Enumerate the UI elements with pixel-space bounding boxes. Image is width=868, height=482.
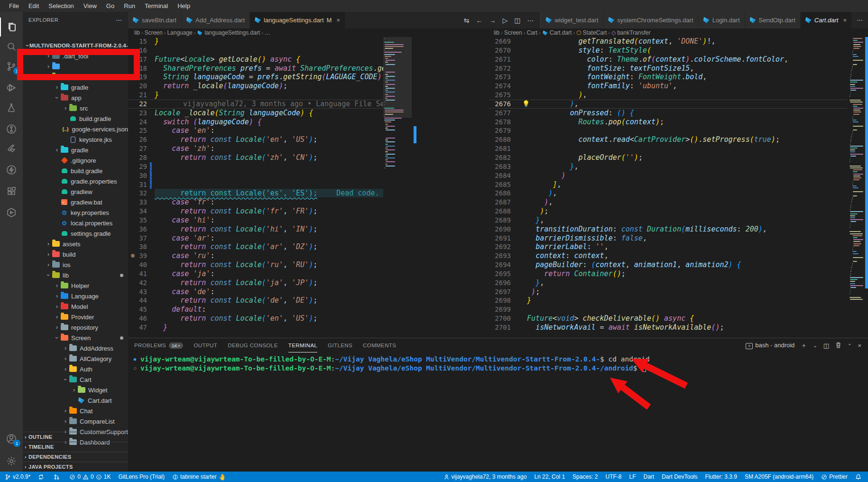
- tree-item-.dart_tool[interactable]: ›.dart_tool: [23, 51, 128, 61]
- tab-languageSettings.dart[interactable]: languageSettings.dart M×: [250, 12, 345, 28]
- testing-icon[interactable]: [0, 98, 23, 117]
- tree-item-.gitignore[interactable]: .gitignore: [23, 155, 128, 166]
- panel-tab-output[interactable]: OUTPUT: [194, 338, 217, 352]
- scrollbar-thumb-left[interactable]: [414, 126, 416, 143]
- extensions-grid-icon[interactable]: [0, 182, 23, 201]
- go-back-icon[interactable]: ←: [476, 17, 482, 24]
- menu-view[interactable]: View: [79, 1, 101, 10]
- command-decoration[interactable]: ●: [132, 357, 138, 362]
- thunder-icon[interactable]: [0, 160, 23, 179]
- breadcrumb-item[interactable]: Cart.dart: [550, 29, 572, 36]
- menu-selection[interactable]: Selection: [44, 1, 78, 10]
- status-gitlens-pro-trial-[interactable]: GitLens Pro (Trial): [118, 473, 165, 480]
- new-terminal-icon[interactable]: ＋: [801, 341, 807, 350]
- breadcrumb-item[interactable]: lib: [134, 29, 140, 36]
- tree-item-Chat[interactable]: ›Chat: [23, 406, 128, 416]
- status-v2-0-9-[interactable]: v2.0.9*: [5, 473, 30, 480]
- status-dart-devtools[interactable]: Dart DevTools: [662, 473, 697, 480]
- tree-item-lib[interactable]: ›lib: [23, 270, 128, 280]
- tree-item-CompareList[interactable]: ›CompareList: [23, 416, 128, 426]
- flutter-icon[interactable]: [0, 140, 23, 159]
- tree-item-hidden[interactable]: ›: [23, 61, 128, 72]
- gitlens-icon[interactable]: [0, 120, 23, 139]
- tree-item-android[interactable]: ›android: [23, 72, 128, 82]
- tree-item-build.gradle[interactable]: build.gradle: [23, 113, 128, 124]
- explorer-more-icon[interactable]: ⋯: [116, 16, 122, 24]
- breadcrumb-item[interactable]: Cart: [526, 29, 537, 36]
- tree-root[interactable]: ›MULTIVENDOR-STARTT-FROM-2.0.4-: [23, 40, 128, 51]
- breadcrumb-item[interactable]: bankTransfer: [617, 29, 650, 36]
- tree-item-local.properties[interactable]: ⚙local.properties: [23, 218, 128, 228]
- settings-icon[interactable]: [0, 452, 23, 471]
- tree-item-Widget[interactable]: ›Widget: [23, 385, 128, 395]
- tree-item-key.properties[interactable]: ⚙key.properties: [23, 207, 128, 218]
- tree-item-settings.gradle[interactable]: settings.gradle: [23, 228, 128, 239]
- go-forward-icon[interactable]: →: [489, 17, 496, 24]
- status-dart[interactable]: Dart: [644, 473, 655, 480]
- breadcrumb-item[interactable]: Screen: [504, 29, 522, 36]
- status-flutter-3-3-9[interactable]: Flutter: 3.3.9: [705, 473, 737, 480]
- tree-item-Helper[interactable]: ›Helper: [23, 280, 128, 291]
- menu-edit[interactable]: Edit: [24, 1, 43, 10]
- menu-run[interactable]: Run: [120, 1, 139, 10]
- panel-tab-terminal[interactable]: TERMINAL: [288, 338, 317, 352]
- section-outline[interactable]: ›OUTLINE: [23, 432, 128, 442]
- tab-saveBtn.dart[interactable]: saveBtn.dart: [128, 12, 182, 28]
- close-tab-icon[interactable]: ×: [843, 17, 847, 24]
- maximize-panel-icon[interactable]: ⌃: [848, 343, 851, 348]
- tree-item-src[interactable]: ›src: [23, 103, 128, 113]
- status-vijayvaghela72[interactable]: vijayvaghela72, 3 months ago: [443, 473, 527, 480]
- menu-help[interactable]: Help: [173, 1, 194, 10]
- breadcrumb-item[interactable]: Language: [167, 29, 192, 36]
- more-icon[interactable]: ⋯: [527, 17, 534, 24]
- section-timeline[interactable]: ›TIMELINE: [23, 442, 128, 452]
- menu-file[interactable]: File: [5, 1, 23, 10]
- run-icon[interactable]: ▷: [502, 17, 508, 24]
- tree-item-google-services.json[interactable]: {..}google-services.json: [23, 124, 128, 134]
- tree-item-ios[interactable]: ›ios: [23, 260, 128, 270]
- tab-systemChromeSettings.dart[interactable]: systemChromeSettings.dart: [603, 12, 698, 28]
- code-editor-right[interactable]: 2669 getTranslated(context, 'DONE')!,267…: [489, 37, 847, 338]
- menu-terminal[interactable]: Terminal: [140, 1, 172, 10]
- search-icon[interactable]: [0, 37, 23, 56]
- panel-tab-debug-console[interactable]: DEBUG CONSOLE: [228, 338, 278, 352]
- panel-tab-problems[interactable]: PROBLEMS1K+: [134, 338, 183, 352]
- panel-tab-gitlens[interactable]: GITLENS: [328, 338, 352, 352]
- tree-item-Auth[interactable]: ›Auth: [23, 364, 128, 374]
- tree-item-gradle[interactable]: ›gradle: [23, 82, 128, 93]
- minimap-left[interactable]: [383, 37, 412, 338]
- tab-Cart.dart[interactable]: Cart.dart×: [801, 12, 852, 28]
- hexagon-tools-icon[interactable]: [0, 203, 23, 222]
- tab-[interactable]: ⋯: [852, 12, 868, 28]
- breadcrumb[interactable]: lib›Screen›Language›languageSettings.dar…: [134, 28, 270, 37]
- source-control-icon[interactable]: 1: [0, 57, 23, 76]
- tree-item-Cart.dart[interactable]: Cart.dart: [23, 395, 128, 406]
- breadcrumb-item[interactable]: …: [265, 29, 270, 36]
- terminal[interactable]: ●vijay-wrteam@vijaywrteam-To-be-filled-b…: [128, 354, 868, 373]
- tree-item-AllCategory[interactable]: ›AllCategory: [23, 353, 128, 364]
- status-sync[interactable]: [38, 474, 46, 480]
- tree-item-assets[interactable]: ›assets: [23, 239, 128, 249]
- tree-item-gradle.properties[interactable]: gradle.properties: [23, 176, 128, 186]
- tab-Login.dart[interactable]: Login.dart: [699, 12, 745, 28]
- breadcrumb-item[interactable]: lib: [494, 29, 499, 36]
- tree-item-app[interactable]: ›app: [23, 93, 128, 103]
- section-dependencies[interactable]: ›DEPENDENCIES: [23, 452, 128, 462]
- tree-item-Cart[interactable]: ›Cart: [23, 374, 128, 385]
- breadcrumb-item[interactable]: languageSettings.dart: [204, 29, 260, 36]
- tree-item-keystore.jks[interactable]: keystore.jks: [23, 134, 128, 145]
- status-utf-8[interactable]: UTF-8: [605, 473, 621, 480]
- tree-item-AddAddress[interactable]: ›AddAddress: [23, 343, 128, 353]
- split-editor-icon[interactable]: ◫: [514, 17, 520, 24]
- split-terminal-icon[interactable]: ◫: [823, 342, 829, 349]
- status-branch2[interactable]: [54, 474, 62, 480]
- accounts-icon[interactable]: 1: [0, 429, 23, 448]
- kill-terminal-icon[interactable]: [835, 342, 841, 350]
- breadcrumb-item[interactable]: Screen: [145, 29, 163, 36]
- status-prettier[interactable]: Prettier: [821, 473, 848, 480]
- tree-item-Model[interactable]: ›Model: [23, 301, 128, 312]
- tree-item-Provider[interactable]: ›Provider: [23, 312, 128, 322]
- minimap-right[interactable]: [848, 37, 865, 338]
- tree-item-gradlew.bat[interactable]: >_gradlew.bat: [23, 197, 128, 207]
- minimap-slider[interactable]: [383, 37, 412, 118]
